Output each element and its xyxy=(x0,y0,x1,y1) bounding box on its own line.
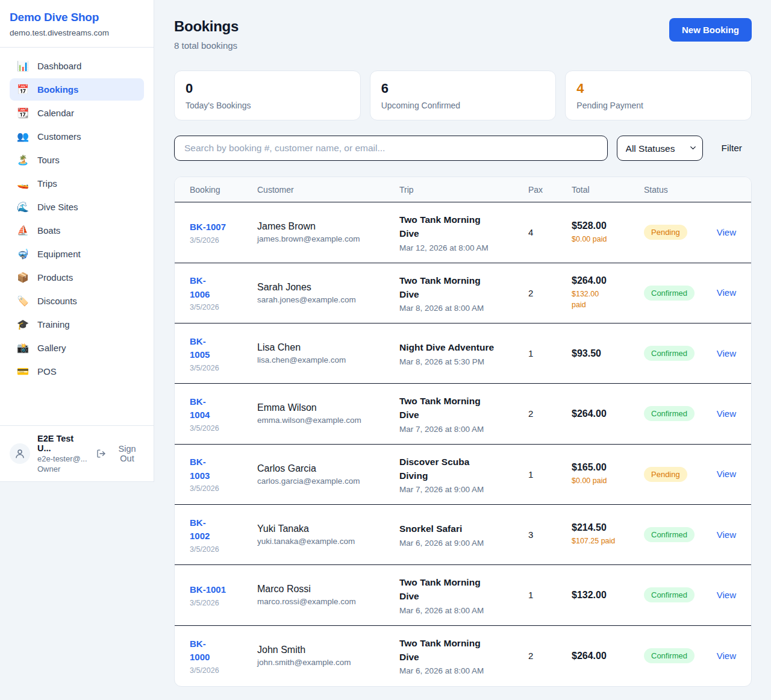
new-booking-button[interactable]: New Booking xyxy=(669,18,752,42)
trip-name: Night Dive Adventure xyxy=(399,340,528,354)
sidebar-item-tours[interactable]: 🏝️Tours xyxy=(10,149,144,171)
table-row: BK- 1000 3/5/2026 John Smith john.smith@… xyxy=(175,626,751,686)
total-cell: $264.00 xyxy=(572,651,644,661)
sidebar-item-products[interactable]: 📦Products xyxy=(10,266,144,289)
sidebar-item-equipment[interactable]: 🤿Equipment xyxy=(10,243,144,265)
status-badge: Confirmed xyxy=(644,286,695,301)
booking-id-link[interactable]: BK- 1004 xyxy=(190,396,210,420)
customer-email: marco.rossi@example.com xyxy=(257,597,399,606)
sidebar-item-calendar[interactable]: 📆Calendar xyxy=(10,102,144,124)
booking-id-link[interactable]: BK-1001 xyxy=(190,584,226,595)
sidebar-item-dashboard[interactable]: 📊Dashboard xyxy=(10,55,144,77)
sidebar-item-label: POS xyxy=(37,366,57,377)
sidebar-item-label: Discounts xyxy=(37,296,77,306)
table-row: BK- 1005 3/5/2026 Lisa Chen lisa.chen@ex… xyxy=(175,323,751,384)
sidebar-item-label: Boats xyxy=(37,225,60,236)
calendar-icon: 📆 xyxy=(17,108,29,118)
view-cell: View xyxy=(717,408,736,419)
booking-cell: BK- 1002 3/5/2026 xyxy=(190,516,257,554)
discounts-tag-icon: 🏷️ xyxy=(17,296,29,306)
view-link[interactable]: View xyxy=(717,408,736,419)
booking-id-link[interactable]: BK- 1003 xyxy=(190,457,210,481)
shop-domain: demo.test.divestreams.com xyxy=(10,28,144,37)
customer-cell: Lisa Chen lisa.chen@example.com xyxy=(257,342,399,364)
total-cell: $132.00 xyxy=(572,590,644,601)
view-link[interactable]: View xyxy=(717,348,736,358)
sidebar-item-bookings[interactable]: 📅Bookings xyxy=(10,78,144,101)
status-cell: Confirmed xyxy=(644,286,713,301)
view-cell: View xyxy=(717,469,736,480)
view-link[interactable]: View xyxy=(717,287,736,298)
sign-out-button[interactable]: Sign Out xyxy=(96,444,144,463)
total-amount: $132.00 xyxy=(572,590,644,601)
trip-cell: Two Tank Morning Dive Mar 8, 2026 at 8:0… xyxy=(399,273,528,313)
sidebar-item-trips[interactable]: 🚤Trips xyxy=(10,172,144,195)
trip-name: Two Tank Morning Dive xyxy=(399,394,528,422)
status-badge: Confirmed xyxy=(644,587,695,602)
view-link[interactable]: View xyxy=(717,227,736,237)
view-link[interactable]: View xyxy=(717,651,736,661)
bookings-table: BookingCustomerTripPaxTotalStatus BK-100… xyxy=(174,177,752,687)
paid-amount: $0.00 paid xyxy=(572,234,644,245)
customer-name: Carlos Garcia xyxy=(257,463,399,474)
status-badge: Confirmed xyxy=(644,648,695,663)
view-link[interactable]: View xyxy=(717,530,736,540)
customer-email: carlos.garcia@example.com xyxy=(257,477,399,486)
customer-email: sarah.jones@example.com xyxy=(257,295,399,304)
table-row: BK-1001 3/5/2026 Marco Rossi marco.rossi… xyxy=(175,565,751,626)
dashboard-icon: 📊 xyxy=(17,61,29,71)
gallery-camera-icon: 📸 xyxy=(17,343,29,353)
status-cell: Confirmed xyxy=(644,527,713,542)
sidebar-item-label: Gallery xyxy=(37,343,66,353)
stat-label: Pending Payment xyxy=(576,101,740,110)
trip-cell: Two Tank Morning Dive Mar 7, 2026 at 8:0… xyxy=(399,394,528,434)
sidebar-item-boats[interactable]: ⛵Boats xyxy=(10,219,144,242)
view-link[interactable]: View xyxy=(717,469,736,479)
app-root: Demo Dive Shop demo.test.divestreams.com… xyxy=(0,0,771,700)
customer-name: James Brown xyxy=(257,221,399,232)
status-badge: Pending xyxy=(644,467,687,482)
customer-name: Lisa Chen xyxy=(257,342,399,353)
booking-id-link[interactable]: BK- 1006 xyxy=(190,275,210,299)
total-cell: $264.00 xyxy=(572,408,644,419)
sidebar-item-dive-sites[interactable]: 🌊Dive Sites xyxy=(10,196,144,218)
status-cell: Confirmed xyxy=(644,648,713,663)
booking-cell: BK- 1005 3/5/2026 xyxy=(190,335,257,372)
trip-name: Two Tank Morning Dive xyxy=(399,636,528,664)
sidebar-item-gallery[interactable]: 📸Gallery xyxy=(10,337,144,359)
booking-cell: BK- 1003 3/5/2026 xyxy=(190,455,257,493)
status-select[interactable]: All Statuses xyxy=(617,136,703,161)
customer-email: lisa.chen@example.com xyxy=(257,355,399,364)
training-cap-icon: 🎓 xyxy=(17,320,29,330)
total-amount: $264.00 xyxy=(572,408,644,419)
user-section: E2E Test U... e2e-tester@... Owner Sign … xyxy=(0,425,154,481)
sidebar-item-customers[interactable]: 👥Customers xyxy=(10,125,144,148)
booking-id-link[interactable]: BK- 1002 xyxy=(190,517,210,542)
trip-cell: Two Tank Morning Dive Mar 12, 2026 at 8:… xyxy=(399,213,528,252)
user-name: E2E Test U... xyxy=(37,434,89,453)
stat-value: 6 xyxy=(381,81,545,96)
sidebar-item-training[interactable]: 🎓Training xyxy=(10,313,144,336)
booking-cell: BK-1007 3/5/2026 xyxy=(190,220,257,245)
search-input[interactable] xyxy=(174,136,608,161)
sidebar-item-discounts[interactable]: 🏷️Discounts xyxy=(10,290,144,312)
trip-datetime: Mar 6, 2026 at 8:00 AM xyxy=(399,606,528,615)
view-link[interactable]: View xyxy=(717,590,736,600)
total-cell: $264.00 $132.00 paid xyxy=(572,275,644,310)
paid-amount: $0.00 paid xyxy=(572,475,644,486)
booking-date: 3/5/2026 xyxy=(190,666,257,675)
stat-card-pending-payment: 4Pending Payment xyxy=(565,70,752,120)
trip-datetime: Mar 6, 2026 at 9:00 AM xyxy=(399,539,528,548)
customer-name: Emma Wilson xyxy=(257,402,399,413)
booking-id-link[interactable]: BK- 1000 xyxy=(190,639,210,663)
booking-id-link[interactable]: BK-1007 xyxy=(190,222,226,232)
customer-cell: James Brown james.brown@example.com xyxy=(257,221,399,243)
sidebar-item-pos[interactable]: 💳POS xyxy=(10,360,144,383)
booking-id-link[interactable]: BK- 1005 xyxy=(190,336,210,360)
status-cell: Pending xyxy=(644,225,713,240)
total-amount: $264.00 xyxy=(572,651,644,661)
status-cell: Pending xyxy=(644,467,713,482)
pax-count: 2 xyxy=(528,651,572,661)
filter-button[interactable]: Filter xyxy=(712,137,752,160)
table-body: BK-1007 3/5/2026 James Brown james.brown… xyxy=(175,202,751,686)
